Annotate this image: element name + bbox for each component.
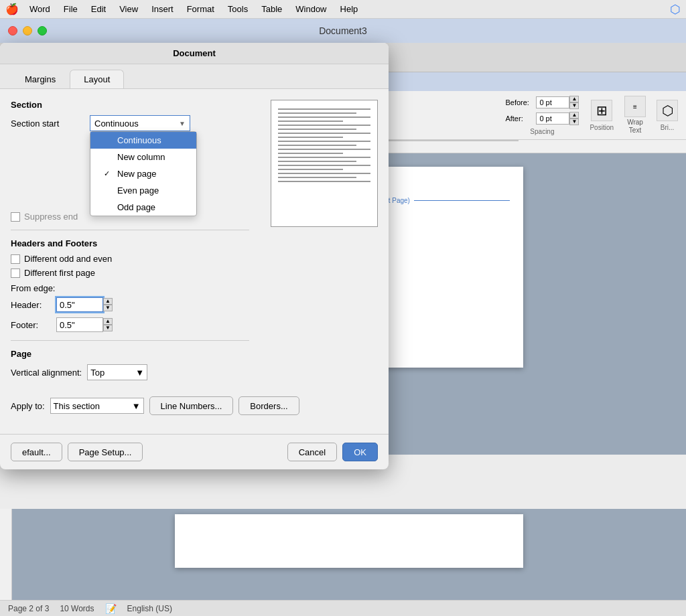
position-label: Position	[590, 124, 614, 131]
position-group: ⊞ Position	[590, 100, 614, 131]
dropdown-item-even-page[interactable]: Even page	[90, 182, 196, 199]
wrap-text-button[interactable]: ≡	[624, 96, 646, 117]
from-edge-section: From edge: Header: ▲ ▼ Footer:	[11, 283, 249, 332]
spell-check-icon[interactable]: 📝	[105, 603, 117, 614]
preview-line-12	[278, 153, 343, 154]
extra-doc-content	[12, 509, 686, 600]
dropdown-item-odd-page[interactable]: Odd page	[90, 199, 196, 216]
dialog-tab-layout[interactable]: Layout	[70, 70, 124, 88]
dialog-title: Document	[0, 43, 389, 64]
section-break-right-line	[414, 200, 510, 201]
apply-to-select[interactable]: This section ▼	[50, 398, 144, 414]
after-up[interactable]: ▲	[569, 112, 579, 119]
preview-line-10	[278, 145, 356, 146]
position-button[interactable]: ⊞	[591, 100, 612, 121]
default-button[interactable]: efault...	[11, 443, 62, 461]
line-numbers-button[interactable]: Line Numbers...	[149, 396, 234, 415]
spacing-before-input[interactable]: 0 pt	[536, 96, 569, 108]
after-stepper[interactable]: ▲ ▼	[569, 112, 579, 125]
wrap-text-label: WrapText	[627, 119, 643, 135]
before-down[interactable]: ▼	[569, 102, 579, 109]
bri-group: ⬡ Bri...	[657, 100, 678, 131]
page-setup-button[interactable]: Page Setup...	[68, 443, 143, 461]
maximize-button[interactable]	[38, 26, 47, 35]
vert-align-select[interactable]: Top ▼	[87, 364, 147, 380]
dialog-body: Section Section start Continuous ▼ Conti…	[0, 89, 389, 434]
footer-stepper[interactable]: ▲ ▼	[103, 318, 113, 331]
menubar-file[interactable]: File	[58, 3, 83, 15]
menubar-window[interactable]: Window	[290, 3, 332, 15]
section-start-dropdown-container: Continuous ▼ Continuous New column	[90, 115, 190, 131]
vert-align-row: Vertical alignment: Top ▼	[11, 364, 249, 380]
dialog-tab-bar: Margins Layout	[0, 64, 389, 89]
spacing-after-input[interactable]: 0 pt	[536, 112, 569, 125]
vert-align-arrow: ▼	[135, 368, 144, 378]
section-title: Section	[11, 100, 249, 110]
bri-button[interactable]: ⬡	[657, 100, 678, 121]
header-up[interactable]: ▲	[103, 298, 113, 305]
borders-button[interactable]: Borders...	[238, 396, 299, 415]
vert-align-label: Vertical alignment:	[11, 368, 82, 378]
header-input-group: ▲ ▼	[56, 297, 113, 312]
header-stepper[interactable]: ▲ ▼	[103, 298, 113, 311]
footer-input-group: ▲ ▼	[56, 317, 113, 332]
page-preview-container	[260, 100, 378, 386]
before-label: Before:	[505, 98, 533, 106]
dropdown-item-new-column[interactable]: New column	[90, 149, 196, 165]
titlebar: Document3	[0, 19, 686, 43]
footer-row: Footer: ▲ ▼	[11, 317, 249, 332]
section-start-row: Section start Continuous ▼ Continuous	[11, 115, 249, 131]
dialog-tab-margins[interactable]: Margins	[11, 70, 70, 88]
close-button[interactable]	[8, 26, 17, 35]
header-down[interactable]: ▼	[103, 305, 113, 311]
wrap-text-group: ≡ WrapText	[624, 96, 646, 135]
menubar-edit[interactable]: Edit	[86, 3, 111, 15]
footer-up[interactable]: ▲	[103, 318, 113, 325]
menubar-view[interactable]: View	[114, 3, 143, 15]
menubar-help[interactable]: Help	[335, 3, 364, 15]
diff-first-checkbox[interactable]	[11, 268, 20, 278]
menubar-format[interactable]: Format	[182, 3, 220, 15]
diff-first-row: Different first page	[11, 268, 249, 278]
section-start-arrow: ▼	[179, 120, 186, 127]
menubar-word[interactable]: Word	[24, 3, 56, 15]
before-up[interactable]: ▲	[569, 96, 579, 102]
extra-left-ruler	[0, 509, 12, 600]
divider-1	[11, 230, 249, 230]
footer-field-label: Footer:	[11, 320, 51, 330]
preview-line-7	[278, 133, 370, 134]
menubar-table[interactable]: Table	[256, 3, 287, 15]
cancel-button[interactable]: Cancel	[287, 443, 337, 461]
menubar-tools[interactable]: Tools	[222, 3, 253, 15]
apple-menu[interactable]: 🍎	[5, 3, 19, 16]
language: English (US)	[127, 604, 172, 613]
apply-to-label: Apply to:	[11, 401, 45, 411]
apply-to-row: Apply to: This section ▼ Line Numbers...…	[11, 396, 378, 415]
dropdown-item-new-page[interactable]: ✓ New page	[90, 165, 196, 182]
minimize-button[interactable]	[23, 26, 32, 35]
preview-line-17	[278, 173, 370, 174]
footer-down[interactable]: ▼	[103, 325, 113, 331]
after-down[interactable]: ▼	[569, 119, 579, 125]
header-input[interactable]	[56, 297, 103, 312]
diff-odd-even-checkbox[interactable]	[11, 254, 20, 264]
preview-line-18	[278, 177, 356, 178]
preview-line-9	[278, 141, 370, 142]
section-start-select[interactable]: Continuous ▼	[90, 115, 190, 131]
footer-input[interactable]	[56, 317, 103, 332]
before-stepper[interactable]: ▲ ▼	[569, 96, 579, 109]
dropdown-item-continuous[interactable]: Continuous	[90, 132, 196, 149]
suppress-label: Suppress end	[24, 212, 78, 222]
ok-button[interactable]: OK	[342, 443, 378, 461]
page-info: Page 2 of 3	[8, 604, 49, 613]
section-start-dropdown[interactable]: Continuous New column ✓ New page	[90, 131, 197, 216]
preview-line-15	[278, 165, 370, 166]
spacing-group: Before: 0 pt ▲ ▼	[505, 96, 579, 135]
statusbar: Page 2 of 3 10 Words 📝 English (US)	[0, 600, 686, 616]
apply-to-arrow: ▼	[132, 401, 141, 411]
preview-line-4	[278, 121, 343, 122]
diff-first-label: Different first page	[24, 268, 95, 278]
menubar-insert[interactable]: Insert	[146, 3, 179, 15]
bri-label: Bri...	[661, 124, 675, 131]
suppress-checkbox[interactable]	[11, 212, 20, 222]
